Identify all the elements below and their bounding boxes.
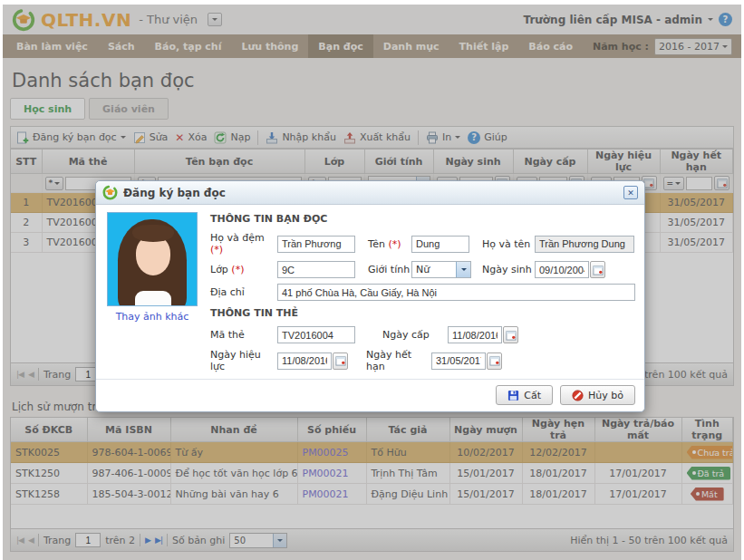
dialog-footer: Cất Hủy bỏ bbox=[96, 379, 644, 411]
card-code-label: Mã thẻ bbox=[210, 329, 277, 341]
calendar-icon[interactable] bbox=[590, 261, 605, 278]
reader-photo bbox=[107, 212, 198, 306]
dropdown-arrow-icon bbox=[456, 262, 470, 277]
gender-label: Giới tính bbox=[368, 264, 411, 275]
photo-column: Thay ảnh khác bbox=[105, 211, 199, 375]
first-name-label: Họ và đệm (*) bbox=[210, 232, 277, 256]
expire-date-field bbox=[431, 352, 502, 370]
dialog-form: THÔNG TIN BẠN ĐỌC Họ và đệm (*) Tên (*) … bbox=[210, 211, 635, 375]
issue-date-field bbox=[448, 326, 518, 343]
logo-mini-icon bbox=[102, 185, 118, 200]
save-button[interactable]: Cất bbox=[496, 385, 553, 405]
calendar-icon[interactable] bbox=[333, 352, 348, 370]
first-name-field[interactable] bbox=[277, 236, 355, 253]
change-photo-link[interactable]: Thay ảnh khác bbox=[116, 311, 189, 323]
class-label: Lớp (*) bbox=[210, 264, 277, 275]
address-field[interactable] bbox=[277, 284, 635, 301]
section-reader-info: THÔNG TIN BẠN ĐỌC bbox=[210, 213, 635, 225]
calendar-icon[interactable] bbox=[487, 352, 502, 370]
class-field[interactable] bbox=[277, 261, 355, 278]
register-reader-dialog: Đăng ký bạn đọc ✕ Thay ảnh khác THÔNG TI… bbox=[95, 180, 645, 412]
expire-date-label: Ngày hết hạn bbox=[366, 349, 431, 372]
valid-from-input[interactable] bbox=[277, 352, 332, 370]
save-floppy-icon bbox=[507, 390, 519, 401]
issue-date-input[interactable] bbox=[448, 326, 502, 343]
calendar-icon[interactable] bbox=[503, 326, 518, 343]
app-window: QLTH.VN - Thư viện Trường liên cấp MISA … bbox=[0, 0, 744, 560]
cancel-circle-icon bbox=[572, 390, 584, 401]
close-x-icon[interactable]: ✕ bbox=[623, 186, 638, 199]
dialog-body: Thay ảnh khác THÔNG TIN BẠN ĐỌC Họ và đệ… bbox=[96, 205, 644, 379]
issue-date-label: Ngày cấp bbox=[382, 329, 448, 341]
full-name-label: Họ và tên bbox=[482, 238, 535, 250]
dob-date-field bbox=[535, 261, 605, 278]
section-card-info: THÔNG TIN THẺ bbox=[210, 307, 635, 319]
last-name-field[interactable] bbox=[411, 236, 469, 253]
valid-from-label: Ngày hiệu lực bbox=[210, 349, 277, 372]
dob-input[interactable] bbox=[535, 261, 589, 278]
valid-from-field bbox=[277, 352, 348, 370]
cancel-button[interactable]: Hủy bỏ bbox=[560, 385, 635, 405]
dob-label: Ngày sinh bbox=[482, 264, 535, 275]
expire-date-input[interactable] bbox=[431, 352, 486, 370]
dialog-title: Đăng ký bạn đọc bbox=[123, 187, 226, 199]
card-code-field[interactable] bbox=[277, 326, 355, 343]
gender-select[interactable]: Nữ bbox=[411, 261, 471, 278]
full-name-field bbox=[535, 236, 634, 253]
last-name-label: Tên (*) bbox=[368, 238, 411, 250]
address-label: Địa chỉ bbox=[210, 286, 277, 298]
dialog-titlebar: Đăng ký bạn đọc ✕ bbox=[96, 181, 644, 205]
